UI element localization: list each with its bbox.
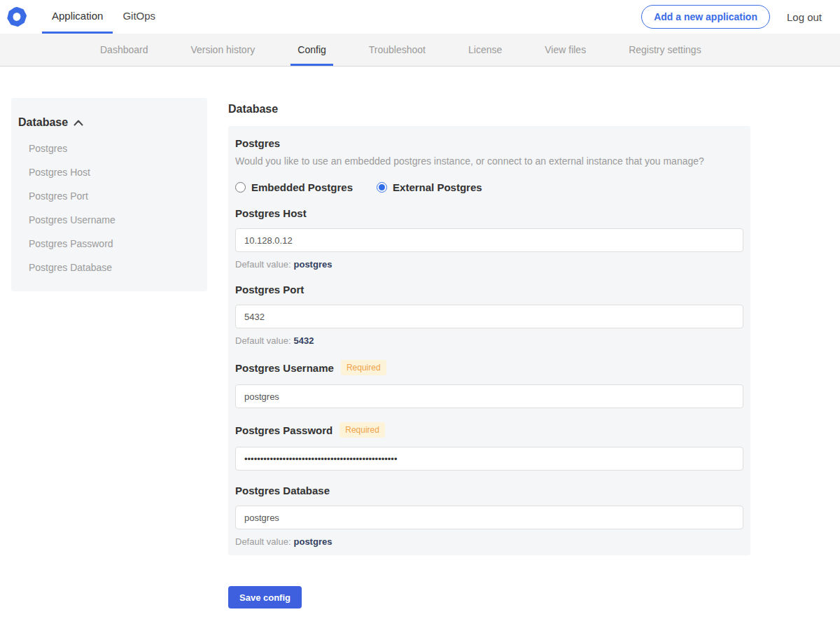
radio-external-postgres-label: External Postgres (393, 181, 482, 193)
postgres-group-label: Postgres (235, 137, 743, 149)
postgres-username-label-text: Postgres Username (235, 362, 334, 374)
app-logo-icon (7, 7, 27, 27)
default-prefix: Default value: (235, 536, 291, 547)
postgres-database-input[interactable] (235, 506, 743, 529)
postgres-host-label: Postgres Host (235, 207, 743, 219)
postgres-password-label-text: Postgres Password (235, 424, 332, 436)
field-postgres-port: Postgres Port Default value:5432 (235, 284, 743, 346)
postgres-port-default: Default value:5432 (235, 335, 743, 346)
field-postgres-database: Postgres Database Default value:postgres (235, 485, 743, 547)
page-title: Database (228, 103, 750, 116)
config-sidebar: Database Postgres Postgres Host Postgres… (11, 98, 207, 291)
postgres-username-label: Postgres Username Required (235, 360, 743, 375)
postgres-port-input[interactable] (235, 305, 743, 328)
chevron-up-icon (74, 120, 83, 126)
postgres-host-default: Default value:postgres (235, 259, 743, 270)
tab-view-files[interactable]: View files (538, 34, 593, 66)
top-bar: Application GitOps Add a new application… (0, 0, 840, 34)
postgres-database-default: Default value:postgres (235, 536, 743, 547)
postgres-group-help: Would you like to use an embedded postgr… (235, 155, 743, 167)
tab-troubleshoot[interactable]: Troubleshoot (362, 34, 433, 66)
sidebar-item-postgres-username[interactable]: Postgres Username (11, 214, 207, 225)
sidebar-group-database[interactable]: Database (11, 116, 207, 129)
sidebar-item-postgres-database[interactable]: Postgres Database (11, 262, 207, 273)
field-postgres-password: Postgres Password Required (235, 422, 743, 471)
top-bar-right: Add a new application Log out (641, 0, 840, 34)
top-tab-gitops[interactable]: GitOps (113, 0, 165, 34)
postgres-password-label: Postgres Password Required (235, 422, 743, 438)
radio-external-postgres-input[interactable] (377, 182, 387, 193)
postgres-username-input[interactable] (235, 384, 743, 408)
field-postgres-host: Postgres Host Default value:postgres (235, 207, 743, 270)
app-subnav: Dashboard Version history Config Trouble… (0, 34, 840, 67)
required-badge: Required (341, 360, 386, 375)
tab-version-history[interactable]: Version history (184, 34, 262, 66)
logout-link[interactable]: Log out (787, 11, 822, 23)
radio-embedded-postgres-input[interactable] (235, 182, 246, 193)
radio-external-postgres[interactable]: External Postgres (377, 181, 482, 193)
default-prefix: Default value: (235, 335, 291, 346)
sidebar-group-database-label: Database (18, 116, 68, 129)
config-content: Database Postgres Postgres Host Postgres… (0, 67, 840, 608)
tab-config[interactable]: Config (290, 34, 332, 66)
top-tab-application[interactable]: Application (42, 0, 113, 34)
postgres-port-label: Postgres Port (235, 284, 743, 295)
config-main: Database Postgres Would you like to use … (228, 67, 750, 608)
field-postgres-username: Postgres Username Required (235, 360, 743, 408)
default-value: postgres (294, 536, 332, 547)
tab-license[interactable]: License (461, 34, 509, 66)
sidebar-item-postgres-port[interactable]: Postgres Port (11, 190, 207, 202)
postgres-radio-group: Embedded Postgres External Postgres (235, 181, 743, 193)
default-value: 5432 (294, 335, 314, 346)
add-new-application-button[interactable]: Add a new application (641, 5, 770, 29)
database-config-panel: Postgres Would you like to use an embedd… (228, 126, 750, 555)
tab-dashboard[interactable]: Dashboard (93, 34, 155, 66)
postgres-database-label: Postgres Database (235, 485, 743, 496)
save-config-button[interactable]: Save config (228, 586, 302, 608)
default-prefix: Default value: (235, 259, 291, 270)
sidebar-item-postgres[interactable]: Postgres (11, 143, 207, 154)
radio-embedded-postgres[interactable]: Embedded Postgres (235, 181, 353, 193)
required-badge: Required (340, 422, 385, 438)
postgres-host-input[interactable] (235, 228, 743, 252)
sidebar-item-postgres-password[interactable]: Postgres Password (11, 238, 207, 249)
sidebar-item-postgres-host[interactable]: Postgres Host (11, 167, 207, 178)
tab-registry-settings[interactable]: Registry settings (622, 34, 708, 66)
app-logo[interactable] (0, 0, 27, 34)
postgres-password-input[interactable] (235, 447, 743, 471)
default-value: postgres (294, 259, 332, 270)
radio-embedded-postgres-label: Embedded Postgres (251, 181, 353, 193)
